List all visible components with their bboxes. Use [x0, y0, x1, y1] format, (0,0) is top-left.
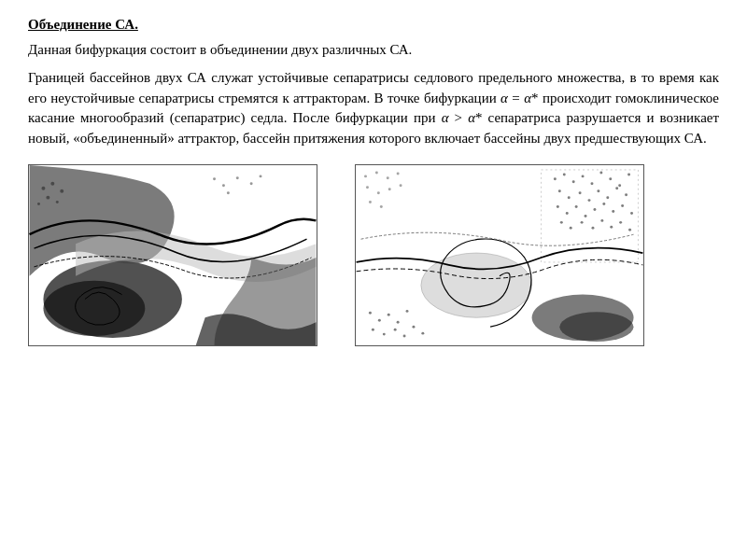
- svg-point-4: [41, 187, 45, 190]
- paragraph-1: Данная бифуркация состоит в объединении …: [28, 40, 719, 61]
- svg-point-71: [383, 332, 386, 335]
- svg-point-30: [588, 199, 591, 202]
- svg-point-37: [575, 205, 578, 208]
- svg-point-44: [560, 221, 563, 224]
- svg-point-60: [369, 201, 372, 203]
- svg-point-70: [372, 328, 374, 330]
- svg-point-67: [388, 314, 390, 316]
- svg-point-72: [394, 328, 397, 330]
- svg-point-47: [591, 227, 594, 230]
- svg-point-21: [582, 175, 585, 177]
- svg-point-2: [43, 280, 145, 335]
- svg-point-14: [227, 191, 230, 194]
- svg-point-57: [377, 191, 380, 194]
- paragraph-2: Границей бассейнов двух СА служат устойч…: [28, 68, 719, 149]
- svg-point-26: [627, 173, 630, 175]
- svg-point-8: [56, 201, 59, 203]
- svg-point-48: [600, 219, 603, 222]
- svg-point-73: [403, 334, 406, 337]
- svg-point-40: [602, 203, 605, 205]
- svg-point-64: [559, 312, 633, 342]
- svg-point-52: [364, 175, 367, 177]
- svg-point-23: [599, 171, 602, 174]
- svg-point-13: [250, 182, 253, 185]
- svg-point-68: [397, 321, 400, 324]
- svg-point-56: [366, 186, 369, 189]
- svg-point-22: [590, 182, 593, 185]
- svg-point-43: [630, 212, 633, 215]
- svg-point-39: [593, 208, 596, 211]
- svg-point-61: [380, 205, 383, 208]
- page: Объединение СА. Данная бифуркация состои…: [0, 0, 747, 560]
- svg-point-31: [597, 189, 599, 192]
- svg-point-69: [406, 310, 409, 313]
- svg-point-11: [222, 184, 225, 187]
- svg-point-19: [563, 173, 566, 175]
- svg-point-10: [213, 177, 216, 180]
- svg-point-32: [606, 196, 609, 199]
- svg-point-50: [619, 221, 622, 224]
- diagram-right: [355, 164, 644, 346]
- svg-point-53: [375, 171, 378, 174]
- svg-point-46: [581, 221, 584, 224]
- svg-point-54: [387, 176, 389, 179]
- svg-point-25: [618, 184, 621, 187]
- diagrams-row: [28, 164, 719, 346]
- svg-point-59: [400, 184, 402, 187]
- svg-point-49: [610, 226, 613, 229]
- svg-point-58: [388, 188, 391, 190]
- svg-point-41: [612, 210, 614, 213]
- svg-point-24: [609, 177, 612, 180]
- svg-point-28: [568, 196, 571, 199]
- svg-point-20: [572, 180, 575, 183]
- svg-point-75: [421, 331, 424, 334]
- svg-point-29: [579, 191, 582, 194]
- page-title: Объединение СА.: [28, 17, 719, 33]
- svg-point-15: [260, 175, 262, 177]
- svg-point-36: [566, 212, 569, 215]
- svg-point-5: [50, 182, 54, 186]
- svg-point-27: [558, 189, 561, 192]
- svg-point-65: [369, 312, 372, 315]
- svg-point-9: [37, 203, 40, 205]
- diagram-left: [28, 164, 317, 346]
- svg-point-66: [378, 319, 381, 322]
- svg-point-18: [554, 177, 557, 180]
- svg-point-6: [60, 189, 63, 192]
- svg-point-38: [585, 215, 587, 217]
- svg-point-34: [625, 193, 627, 196]
- svg-point-55: [397, 172, 400, 175]
- svg-point-35: [557, 205, 559, 208]
- svg-point-33: [615, 187, 618, 189]
- svg-point-74: [412, 325, 415, 328]
- svg-point-51: [628, 229, 631, 231]
- svg-point-12: [236, 176, 239, 179]
- svg-point-7: [46, 195, 49, 199]
- svg-point-45: [570, 227, 572, 230]
- svg-point-42: [621, 204, 624, 207]
